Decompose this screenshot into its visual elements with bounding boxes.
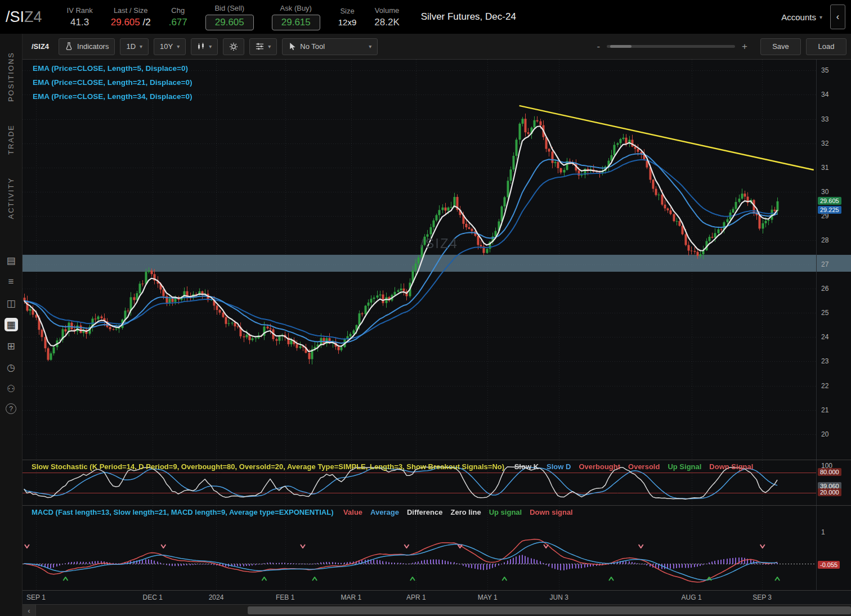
date-label: FEB 1 — [276, 593, 294, 601]
macd-axis: 10-0.055 — [816, 506, 851, 590]
news-icon[interactable]: ▤ — [5, 254, 18, 267]
chevron-down-icon: ▾ — [369, 43, 371, 50]
volume-field: Volume 28.2K — [374, 6, 399, 28]
timeframe-dropdown[interactable]: 1D ▾ — [120, 38, 149, 55]
sidebar-icons: ▤≡◫▦⊞◷⚇? — [5, 254, 18, 414]
last-size-value: 29.605 /2 — [111, 17, 151, 28]
legend-item: Difference — [407, 508, 443, 516]
volume-label: Volume — [375, 6, 399, 15]
accounts-dropdown[interactable]: Accounts ▾ — [781, 12, 822, 22]
date-label: APR 1 — [406, 593, 426, 601]
legend-item: Down signal — [530, 508, 573, 516]
chevron-down-icon: ▾ — [177, 43, 180, 50]
ask-field: Ask (Buy) 29.615 — [272, 4, 320, 30]
load-button[interactable]: Load — [806, 38, 846, 55]
volume-value: 28.2K — [374, 17, 399, 28]
zoom-slider[interactable] — [607, 45, 735, 48]
price-tick: 21 — [821, 406, 828, 414]
zoom-out-button[interactable]: - — [597, 41, 600, 52]
legend-item: Average — [370, 508, 399, 516]
chart-toolbar: /SIZ4 Indicators 1D ▾ 10Y ▾ ▾ — [23, 34, 851, 60]
sidebar-tab-trade[interactable]: TRADE — [7, 124, 15, 155]
price-tick: 34 — [821, 91, 828, 98]
range-value: 10Y — [160, 42, 173, 51]
zoom-slider-thumb[interactable] — [610, 45, 631, 48]
tool-dropdown[interactable]: No Tool ▾ — [282, 38, 378, 55]
date-label: 2024 — [209, 593, 224, 601]
range-dropdown[interactable]: 10Y ▾ — [154, 38, 186, 55]
users-icon[interactable]: ⚇ — [5, 382, 18, 395]
ema-legend-line-5[interactable]: EMA (Price=CLOSE, Length=5, Displace=0) — [33, 64, 192, 73]
price-tick: 35 — [821, 66, 828, 74]
legend-item: Slow D — [547, 462, 571, 471]
last-size-field: Last / Size 29.605 /2 — [111, 6, 151, 28]
legend-item: Overbought — [579, 462, 620, 471]
symbol-expiry: Z4 — [24, 8, 42, 25]
price-tick: 25 — [821, 309, 828, 317]
ema-legend-line-21[interactable]: EMA (Price=CLOSE, Length=21, Displace=0) — [33, 78, 192, 87]
scroll-track[interactable] — [36, 605, 851, 616]
zoom-in-button[interactable]: + — [742, 41, 747, 52]
symbol-input[interactable]: /SIZ4 — [27, 42, 53, 51]
chg-value: .677 — [169, 17, 187, 28]
chart-style-dropdown[interactable]: ▾ — [191, 38, 218, 55]
chevron-down-icon: ▾ — [140, 43, 142, 50]
stoch-badge: 20.000 — [818, 488, 841, 496]
macd-legend: MACD (Fast length=13, Slow length=21, MA… — [32, 508, 850, 516]
bid-button[interactable]: 29.605 — [205, 15, 254, 30]
flask-icon — [65, 42, 73, 51]
save-button[interactable]: Save — [760, 38, 801, 55]
price-tick: 32 — [821, 140, 828, 147]
ema-legend-line-34[interactable]: EMA (Price=CLOSE, Length=34, Displace=0) — [33, 92, 192, 101]
sliders-icon — [256, 42, 264, 51]
scroll-left-button[interactable]: ‹ — [23, 605, 36, 616]
date-label: AUG 1 — [682, 593, 702, 601]
indicators-button[interactable]: Indicators — [59, 38, 115, 55]
date-label: MAY 1 — [478, 593, 498, 601]
studies-layout-dropdown[interactable]: ▾ — [249, 38, 277, 55]
price-axis[interactable]: 3534333231302928272625242322212029.60529… — [816, 60, 851, 460]
chevron-down-icon: ▾ — [819, 14, 822, 20]
top-bar: /SIZ4 IV Rank 41.3 Last / Size 29.605 /2… — [0, 0, 851, 34]
horizontal-scrollbar: ‹ — [23, 604, 851, 616]
ask-label: Ask (Buy) — [280, 4, 312, 12]
sidebar-tab-positions[interactable]: POSITIONS — [7, 52, 15, 102]
macd-tick: 1 — [821, 528, 825, 536]
sidebar-tab-activity[interactable]: ACTIVITY — [7, 177, 15, 219]
macd-canvas[interactable] — [23, 506, 816, 590]
trade-ticket-icon[interactable]: ◫ — [5, 296, 18, 310]
scroll-thumb[interactable] — [248, 606, 851, 614]
bid-field: Bid (Sell) 29.605 — [205, 4, 254, 30]
legend-item: Down Signal — [709, 462, 753, 471]
ask-button[interactable]: 29.615 — [272, 15, 320, 30]
chart-icon[interactable]: ▦ — [5, 318, 18, 331]
help-icon[interactable]: ? — [6, 403, 16, 414]
price-chart-pane: 3534333231302928272625242322212029.60529… — [23, 60, 851, 460]
legend-item: Value — [343, 508, 362, 516]
settings-gear-button[interactable] — [223, 38, 244, 55]
chg-label: Chg — [171, 6, 185, 15]
price-tick: 30 — [821, 188, 828, 196]
symbol-ticker[interactable]: /SIZ4 — [6, 8, 42, 26]
stochastic-title[interactable]: Slow Stochastic (K Period=14, D Period=9… — [32, 462, 504, 471]
watchlist-icon[interactable]: ≡ — [5, 275, 18, 289]
last-size: /2 — [140, 17, 151, 28]
price-tick: 20 — [821, 430, 828, 438]
history-icon[interactable]: ◷ — [5, 361, 18, 374]
ema-legend: EMA (Price=CLOSE, Length=5, Displace=0) … — [33, 64, 192, 106]
macd-title[interactable]: MACD (Fast length=13, Slow length=21, MA… — [32, 508, 333, 516]
price-tick: 23 — [821, 357, 828, 365]
date-label: DEC 1 — [143, 593, 163, 601]
price-tick: 33 — [821, 115, 828, 123]
iv-rank-field: IV Rank 41.3 — [67, 6, 93, 28]
bid-label: Bid (Sell) — [214, 4, 244, 12]
price-tick: 31 — [821, 164, 828, 172]
price-canvas[interactable] — [23, 60, 816, 460]
collapse-panel-button[interactable]: ‹ — [830, 5, 845, 29]
grid-icon[interactable]: ⊞ — [5, 339, 18, 353]
iv-rank-label: IV Rank — [67, 6, 93, 15]
legend-item: Oversold — [628, 462, 660, 471]
legend-item: Up signal — [489, 508, 522, 516]
date-label: MAR 1 — [341, 593, 361, 601]
chevron-left-icon: ‹ — [836, 12, 839, 22]
